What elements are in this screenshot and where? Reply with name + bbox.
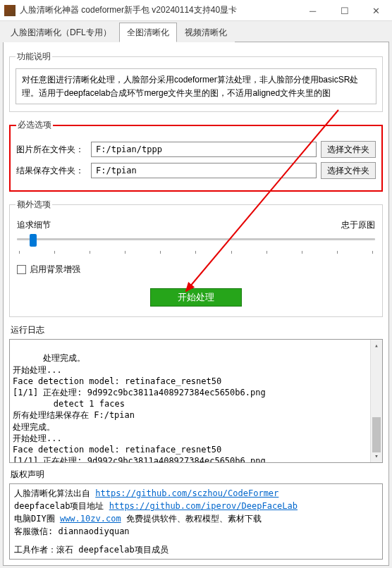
minimize-button[interactable]: ─ bbox=[297, 0, 329, 21]
link-deepfacelab[interactable]: https://github.com/iperov/DeepFaceLab bbox=[109, 501, 298, 511]
copyright-legend: 版权声明 bbox=[11, 469, 383, 481]
wechat-line: 客服微信: diannaodiyquan bbox=[14, 525, 378, 538]
extra-legend: 额外选项 bbox=[16, 199, 52, 211]
window-title: 人脸清晰化神器 codeformer新手包 v20240114支持40显卡 bbox=[20, 4, 297, 16]
extra-group: 额外选项 追求细节 忠于原图 启用背景增强 开始处理 bbox=[9, 199, 383, 317]
log-text: 处理完成。 开始处理... Face detection model: reti… bbox=[13, 353, 266, 463]
slider-right-label: 忠于原图 bbox=[341, 219, 375, 231]
slider-labels: 追求细节 忠于原图 bbox=[17, 219, 375, 231]
app-icon bbox=[4, 5, 16, 16]
source-input[interactable] bbox=[91, 142, 317, 157]
dest-row: 结果保存文件夹： 选择文件夹 bbox=[16, 162, 376, 179]
bg-enhance-checkbox[interactable] bbox=[17, 265, 26, 274]
dest-input[interactable] bbox=[91, 163, 317, 178]
link-codeformer[interactable]: https://github.com/sczhou/CodeFormer bbox=[95, 488, 278, 498]
scroll-thumb[interactable] bbox=[372, 417, 381, 452]
required-legend: 必选选项 bbox=[16, 119, 53, 131]
dest-label: 结果保存文件夹： bbox=[16, 165, 87, 177]
window-controls: ─ ☐ ✕ bbox=[297, 0, 392, 20]
content-area: 人脸图清晰化（DFL专用） 全图清晰化 视频清晰化 功能说明 对任意图进行清晰化… bbox=[0, 21, 392, 568]
description-legend: 功能说明 bbox=[16, 51, 52, 63]
tab-video[interactable]: 视频清晰化 bbox=[177, 23, 235, 42]
source-row: 图片所在文件夹： 选择文件夹 bbox=[16, 141, 376, 158]
maximize-button[interactable]: ☐ bbox=[329, 0, 360, 21]
scroll-up-icon[interactable]: ▴ bbox=[371, 340, 382, 352]
tab-panel: 功能说明 对任意图进行清晰化处理，人脸部分采用codeformer算法处理，非人… bbox=[3, 42, 389, 566]
titlebar: 人脸清晰化神器 codeformer新手包 v20240114支持40显卡 ─ … bbox=[0, 0, 392, 21]
author-line: 工具作者：滚石 deepfacelab项目成员 bbox=[14, 543, 378, 556]
slider-left-label: 追求细节 bbox=[17, 219, 51, 231]
bg-enhance-label: 启用背景增强 bbox=[30, 264, 80, 276]
tab-face-dfl[interactable]: 人脸图清晰化（DFL专用） bbox=[3, 23, 119, 42]
description-group: 功能说明 对任意图进行清晰化处理，人脸部分采用codeformer算法处理，非人… bbox=[9, 51, 383, 112]
copyright-box: 人脸清晰化算法出自 https://github.com/sczhou/Code… bbox=[9, 483, 383, 560]
tab-full-image[interactable]: 全图清晰化 bbox=[119, 23, 177, 42]
link-10zv[interactable]: www.10zv.com bbox=[60, 514, 121, 524]
slider-thumb[interactable] bbox=[30, 234, 37, 247]
log-output[interactable]: 处理完成。 开始处理... Face detection model: reti… bbox=[9, 339, 383, 463]
log-legend: 运行日志 bbox=[11, 324, 383, 336]
tab-bar: 人脸图清晰化（DFL专用） 全图清晰化 视频清晰化 bbox=[3, 23, 389, 42]
required-group: 必选选项 图片所在文件夹： 选择文件夹 结果保存文件夹： 选择文件夹 bbox=[9, 119, 383, 192]
bg-enhance-row: 启用背景增强 bbox=[17, 264, 375, 276]
log-scrollbar[interactable]: ▴ ▾ bbox=[370, 340, 382, 462]
start-button[interactable]: 开始处理 bbox=[150, 288, 242, 307]
description-text: 对任意图进行清晰化处理，人脸部分采用codeformer算法处理，非人脸部分使用… bbox=[16, 68, 376, 104]
fidelity-slider[interactable] bbox=[16, 234, 376, 258]
dest-browse-button[interactable]: 选择文件夹 bbox=[321, 162, 376, 179]
close-button[interactable]: ✕ bbox=[360, 0, 392, 21]
scroll-down-icon[interactable]: ▾ bbox=[371, 450, 382, 462]
source-label: 图片所在文件夹： bbox=[16, 144, 87, 156]
source-browse-button[interactable]: 选择文件夹 bbox=[321, 141, 376, 158]
